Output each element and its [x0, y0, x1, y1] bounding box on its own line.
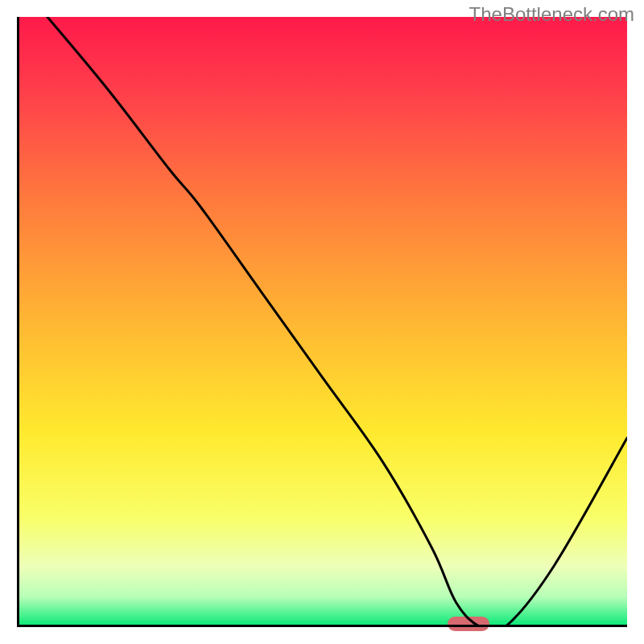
plot-area [17, 17, 627, 627]
watermark-text: TheBottleneck.com [469, 3, 634, 26]
chart-container: TheBottleneck.com [0, 0, 644, 644]
bottleneck-curve [17, 17, 627, 627]
